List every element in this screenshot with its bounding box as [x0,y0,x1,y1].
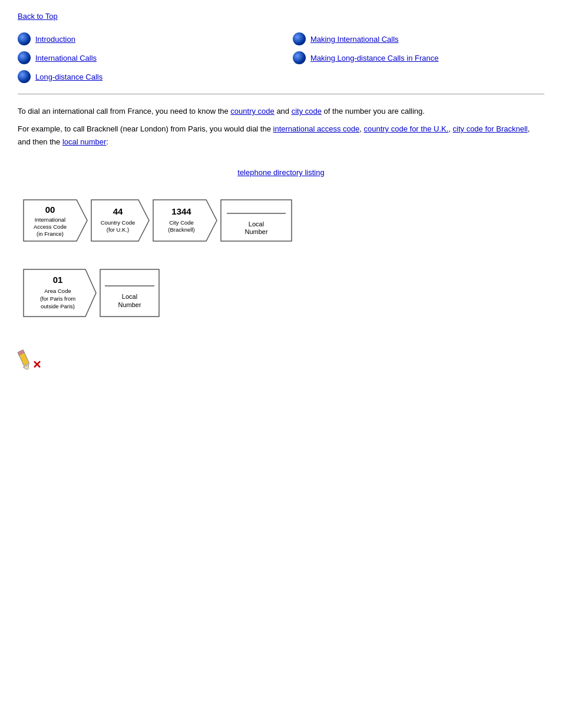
inline-link-city2[interactable]: city code for Bracknell [453,124,528,133]
bullet-icon-r2 [293,51,306,64]
bullet-icon-r1 [293,32,306,45]
inline-link-access[interactable]: international access code [273,124,360,133]
pencil-icon-container [18,333,544,371]
svg-text:01: 01 [53,275,63,285]
svg-text:City Code: City Code [169,219,194,226]
svg-text:(Bracknell): (Bracknell) [168,226,194,233]
svg-text:outside Paris): outside Paris) [41,303,75,309]
content-para-3: telephone directory listing [18,166,544,179]
svg-text:Local: Local [249,220,264,228]
inline-link-city[interactable]: city code [292,107,322,116]
svg-text:Access Code: Access Code [34,223,67,230]
svg-text:(in France): (in France) [37,230,64,237]
inline-link-directory[interactable]: telephone directory listing [237,168,324,177]
nav-item-1: Introduction [18,32,269,45]
bullet-icon-1 [18,32,31,45]
nav-section: Introduction International Calls Long-di… [18,32,544,83]
nav-link-r2[interactable]: Making Long-distance Calls in France [310,54,439,62]
svg-text:(for U.K.): (for U.K.) [107,226,130,233]
svg-text:00: 00 [45,205,55,215]
svg-text:(for Paris from: (for Paris from [40,295,75,302]
pencil-eraser-icon [18,345,42,370]
nav-link-2[interactable]: International Calls [35,54,97,62]
inline-link-country[interactable]: country code [230,107,274,116]
svg-text:Country Code: Country Code [101,219,135,226]
diagram-svg-1: 00 International Access Code (in France)… [18,194,324,247]
svg-text:Area Code: Area Code [44,288,71,294]
bullet-icon-3 [18,70,31,83]
diagram-international: 00 International Access Code (in France)… [18,194,544,249]
inline-link-country2[interactable]: country code for the U.K. [363,124,448,133]
bullet-icon-2 [18,51,31,64]
diagram-domestic: 01 Area Code (for Paris from outside Par… [18,263,544,324]
inline-link-local[interactable]: local number [62,137,106,146]
section-divider [18,94,544,94]
content-para-1: To dial an international call from Franc… [18,105,544,118]
svg-text:Local: Local [122,293,137,300]
top-link[interactable]: Back to Top [18,12,58,21]
nav-item-2: International Calls [18,51,269,64]
nav-item-r1: Making International Calls [293,32,544,45]
nav-link-r1[interactable]: Making International Calls [310,35,399,44]
nav-link-1[interactable]: Introduction [35,35,75,44]
nav-item-r2: Making Long-distance Calls in France [293,51,544,64]
nav-link-3[interactable]: Long-distance Calls [35,73,103,81]
svg-text:Number: Number [118,301,141,308]
svg-text:1344: 1344 [171,206,191,216]
content-para-2: For example, to call Bracknell (near Lon… [18,123,544,149]
svg-text:44: 44 [113,206,123,216]
svg-text:Number: Number [244,228,267,235]
nav-item-3: Long-distance Calls [18,70,269,83]
diagram-svg-2: 01 Area Code (for Paris from outside Par… [18,263,171,322]
svg-text:International: International [35,216,65,223]
content-section: To dial an international call from Franc… [18,105,544,179]
